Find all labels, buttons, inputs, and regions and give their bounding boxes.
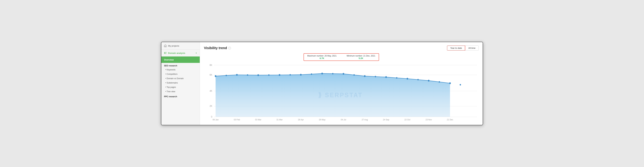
svg-text:8K: 8K bbox=[210, 64, 212, 66]
svg-text:27 Aug: 27 Aug bbox=[362, 118, 368, 121]
chart-container: 8K 6K 4K 2K 0 bbox=[204, 62, 479, 122]
data-point bbox=[321, 72, 323, 74]
data-point-mid bbox=[375, 76, 376, 77]
data-point-mid bbox=[332, 73, 334, 74]
main-header: Visibility trend i Year to date All time bbox=[204, 46, 479, 51]
data-point-mid bbox=[396, 77, 398, 79]
domain-analysis-left: Domain analysis bbox=[164, 52, 185, 54]
svg-text:26 May: 26 May bbox=[319, 118, 326, 121]
overview-label: Overview bbox=[164, 58, 174, 61]
data-point-mid bbox=[439, 81, 440, 83]
year-to-date-button[interactable]: Year to date bbox=[447, 46, 466, 51]
annotation-area: Maximum number: 26 May, 2021 6.7K Minimu… bbox=[204, 53, 479, 61]
data-point-mid bbox=[226, 75, 227, 76]
all-time-button[interactable]: All time bbox=[465, 46, 478, 50]
sidebar: My projects Domain analysis ▼ Overview bbox=[161, 42, 200, 125]
home-icon bbox=[164, 44, 167, 47]
ppc-research-section: PPC research bbox=[161, 94, 200, 98]
sidebar-item-subdomains[interactable]: • Subdomains bbox=[161, 81, 200, 85]
chart-title: Visibility trend bbox=[204, 46, 227, 50]
svg-text:2K: 2K bbox=[210, 105, 212, 108]
data-point bbox=[449, 82, 451, 84]
domain-analysis-label: Domain analysis bbox=[168, 52, 185, 54]
ppc-research-label: PPC research bbox=[164, 96, 177, 98]
svg-rect-3 bbox=[165, 53, 166, 53]
max-label: Maximum number: 26 May, 2021 bbox=[307, 55, 336, 57]
svg-text:0: 0 bbox=[211, 116, 212, 118]
main-content: Visibility trend i Year to date All time… bbox=[200, 42, 483, 125]
data-point-mid bbox=[311, 74, 312, 75]
svg-rect-2 bbox=[165, 52, 166, 52]
svg-text:06 Jan: 06 Jan bbox=[213, 118, 219, 121]
data-point-mid bbox=[247, 74, 248, 76]
data-point bbox=[428, 80, 430, 82]
svg-text:03 Feb: 03 Feb bbox=[234, 118, 240, 121]
svg-rect-4 bbox=[165, 54, 166, 54]
min-value: 5.2K bbox=[359, 57, 363, 60]
seo-research-section: SEO research bbox=[161, 63, 200, 68]
data-point bbox=[236, 74, 238, 76]
svg-text:4K: 4K bbox=[210, 90, 212, 92]
min-label: Minimum number: 21 Dec, 2021 bbox=[347, 55, 375, 57]
sidebar-item-domain-vs-domain[interactable]: • Domain vs Domain bbox=[161, 76, 200, 81]
svg-text:04 Jul: 04 Jul bbox=[341, 118, 346, 121]
data-point-mid bbox=[460, 84, 461, 86]
sidebar-domain-analysis[interactable]: Domain analysis ▼ bbox=[161, 50, 200, 56]
svg-text:21 Dec: 21 Dec bbox=[447, 118, 453, 121]
svg-text:24 Sep: 24 Sep bbox=[383, 118, 389, 121]
sidebar-item-top-pages[interactable]: • Top pages bbox=[161, 85, 200, 89]
annotation-box: Maximum number: 26 May, 2021 6.7K Minimu… bbox=[304, 53, 379, 61]
svg-text:28 Apr: 28 Apr bbox=[298, 118, 304, 121]
svg-rect-1 bbox=[164, 53, 165, 54]
time-buttons-group: Year to date All time bbox=[447, 46, 479, 51]
data-point-mid bbox=[268, 74, 270, 76]
info-icon[interactable]: i bbox=[228, 47, 231, 50]
visibility-chart: 8K 6K 4K 2K 0 bbox=[204, 62, 479, 122]
app-window: My projects Domain analysis ▼ Overview bbox=[161, 42, 483, 125]
sidebar-item-competitors[interactable]: • Competitors bbox=[161, 72, 200, 76]
svg-text:22 Oct: 22 Oct bbox=[404, 118, 410, 121]
data-point bbox=[279, 74, 280, 76]
data-point-mid bbox=[353, 74, 355, 76]
data-point-mid bbox=[418, 79, 419, 80]
data-point bbox=[343, 73, 344, 75]
data-point bbox=[385, 76, 387, 78]
data-point-mid bbox=[290, 74, 291, 76]
chevron-down-icon: ▼ bbox=[196, 52, 197, 54]
my-projects-label: My projects bbox=[168, 44, 179, 47]
min-annotation: Minimum number: 21 Dec, 2021 5.2K bbox=[347, 55, 375, 60]
svg-rect-0 bbox=[164, 52, 165, 53]
sidebar-item-keywords[interactable]: • Keywords bbox=[161, 68, 200, 72]
svg-text:03 Mar: 03 Mar bbox=[255, 118, 261, 121]
seo-research-label: SEO research bbox=[164, 64, 177, 67]
sidebar-item-tree-view[interactable]: • Tree view bbox=[161, 89, 200, 94]
svg-text:23 Nov: 23 Nov bbox=[426, 118, 432, 121]
sidebar-my-projects[interactable]: My projects bbox=[161, 42, 200, 50]
sidebar-overview[interactable]: Overview bbox=[161, 56, 200, 63]
max-value: 6.7K bbox=[320, 57, 324, 60]
domain-icon bbox=[164, 52, 167, 54]
chart-title-row: Visibility trend i bbox=[204, 46, 231, 50]
svg-text:6K: 6K bbox=[210, 74, 212, 76]
data-point bbox=[364, 75, 366, 77]
max-annotation: Maximum number: 26 May, 2021 6.7K bbox=[307, 55, 336, 60]
svg-text:31 Mar: 31 Mar bbox=[276, 118, 282, 121]
data-point bbox=[258, 74, 259, 76]
watermark: ⟫ SERPSTAT bbox=[318, 92, 362, 98]
data-point bbox=[215, 75, 216, 77]
data-point bbox=[300, 74, 302, 76]
data-point bbox=[406, 78, 408, 80]
